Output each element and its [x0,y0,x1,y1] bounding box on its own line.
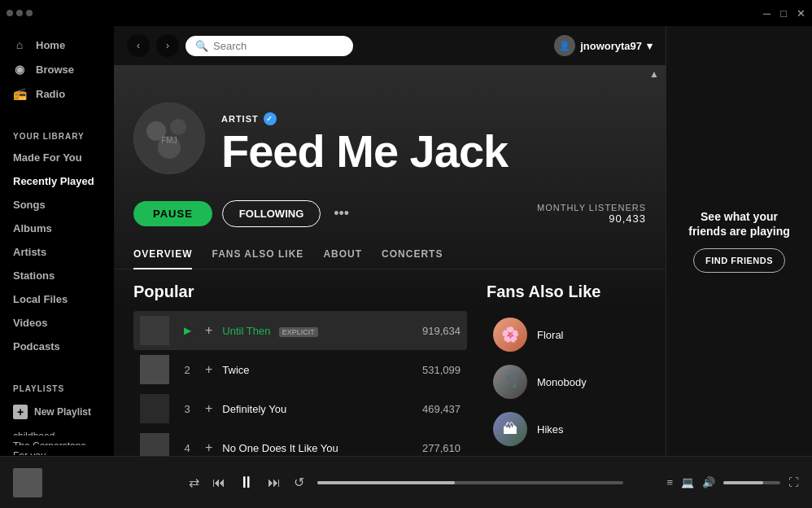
content-area: ‹ › 🔍 👤 jnoworyta97 ▾ ▲ [114,26,666,456]
player-bar: ⇄ ⏮ ⏸ ⏭ ↺ ≡ 💻 🔊 ⛶ [0,456,812,508]
sidebar-item-recently-played[interactable]: Recently Played [0,169,114,193]
tab-overview[interactable]: OVERVIEW [133,240,192,269]
track-number: 3 [179,403,195,415]
collapse-top-button[interactable]: ▲ [649,68,659,80]
fan-avatar-hikes: 🏔 [493,412,527,446]
fan-avatar-monobody: 🎵 [493,365,527,399]
user-menu[interactable]: 👤 jnoworyta97 ▾ [554,35,653,56]
sidebar-item-podcasts[interactable]: Podcasts [0,335,114,358]
devices-icon[interactable]: 💻 [681,476,694,488]
chevron-down-icon: ▾ [647,40,653,52]
titlebar-dots [7,10,33,16]
volume-icon[interactable]: 🔊 [702,476,715,488]
shuffle-button[interactable]: ⇄ [189,475,199,490]
sidebar-playlist-for-you[interactable]: For you [0,445,114,455]
fan-item-monobody[interactable]: 🎵 Monobody [487,358,646,405]
sidebar-item-home-label: Home [36,39,65,51]
minimize-button[interactable]: ─ [763,7,771,20]
play-pause-button[interactable]: ⏸ [238,473,255,492]
track-info: Twice [222,362,413,377]
fans-section: Fans Also Like 🌸 Floral 🎵 Monobody 🏔 Hik… [467,282,646,456]
volume-fill [723,481,763,484]
search-input[interactable] [213,40,343,52]
track-plays: 469,437 [422,403,461,415]
track-add-button[interactable]: + [205,401,212,416]
sidebar-item-local-files[interactable]: Local Files [0,287,114,311]
artist-actions: PAUSE FOLLOWING ••• MONTHLY LISTENERS 90… [114,187,666,240]
lyrics-icon[interactable]: ≡ [666,476,673,488]
fan-item-hikes[interactable]: 🏔 Hikes [487,405,646,453]
following-button[interactable]: FOLLOWING [222,200,321,227]
sidebar-item-stations[interactable]: Stations [0,264,114,287]
track-add-button[interactable]: + [205,323,212,338]
more-button[interactable]: ••• [330,202,352,226]
pause-button[interactable]: PAUSE [133,201,212,226]
sidebar-item-browse[interactable]: ◉ Browse [0,57,114,81]
maximize-button[interactable]: □ [780,7,787,20]
artist-name: Feed Me Jack [221,129,646,174]
tab-concerts[interactable]: CONCERTS [382,240,443,269]
next-button[interactable]: ⏭ [268,475,281,490]
sidebar-playlist-childhood[interactable]: childhood [0,426,114,436]
artist-page: ▲ FMJ ARTIST ✓ [114,65,666,456]
fan-name-floral: Floral [537,329,564,341]
sidebar-item-made-for-you[interactable]: Made For You [0,146,114,169]
close-button[interactable]: ✕ [797,7,805,20]
track-info: No One Does It Like You [222,440,413,455]
track-row[interactable]: 3 + Definitely You 469,437 [133,389,467,428]
sidebar-item-videos[interactable]: Videos [0,311,114,335]
artist-tabs: OVERVIEW FANS ALSO LIKE ABOUT CONCERTS [114,240,666,269]
fan-avatar-floral: 🌸 [493,318,527,352]
fan-item-floral[interactable]: 🌸 Floral [487,311,646,358]
track-row[interactable]: 2 + Twice 531,099 [133,350,467,389]
sidebar-item-artists[interactable]: Artists [0,240,114,264]
friends-sidebar: See what your friends are playing FIND F… [666,26,812,456]
sidebar-item-podcasts-label: Podcasts [13,340,60,353]
sidebar-item-radio-label: Radio [36,88,65,100]
plus-icon: + [13,405,28,419]
new-playlist-label: New Playlist [34,406,91,418]
library-section-title: YOUR LIBRARY [0,119,114,146]
artist-content-area: Popular ▶ + Until Then EXPLICIT 919,634 [114,269,666,456]
track-row[interactable]: ▶ + Until Then EXPLICIT 919,634 [133,311,467,350]
track-playing-icon: ▶ [179,325,195,336]
monthly-listeners: MONTHLY LISTENERS 90,433 [537,203,646,225]
titlebar-dot-2 [16,10,23,16]
track-row[interactable]: 4 + No One Does It Like You 277,610 [133,428,467,456]
sidebar-item-home[interactable]: ⌂ Home [0,33,114,57]
user-name: jnoworyta97 [580,40,642,52]
new-playlist-button[interactable]: + New Playlist [0,398,114,426]
svg-text:FMJ: FMJ [161,136,177,145]
tab-fans-also-like[interactable]: FANS ALSO LIKE [212,240,303,269]
find-friends-button[interactable]: FIND FRIENDS [693,248,785,273]
track-add-button[interactable]: + [205,362,212,377]
artist-info: ARTIST ✓ Feed Me Jack [221,112,646,174]
artist-image: FMJ [133,103,205,174]
topbar-nav: ‹ › 🔍 [127,34,353,57]
back-button[interactable]: ‹ [127,34,150,57]
player-controls: ⇄ ⏮ ⏸ ⏭ ↺ [189,473,623,492]
volume-bar[interactable] [723,481,780,484]
progress-bar[interactable] [317,481,623,484]
main-layout: ⌂ Home ◉ Browse 📻 Radio YOUR LIBRARY Mad… [0,26,812,456]
fan-name-monobody: Monobody [537,376,587,388]
track-plays: 277,610 [422,442,461,454]
titlebar-left [7,10,33,16]
track-add-button[interactable]: + [205,440,212,455]
repeat-button[interactable]: ↺ [294,475,304,490]
forward-button[interactable]: › [156,34,179,57]
avatar: 👤 [554,35,575,56]
sidebar-playlist-cornerstones1[interactable]: The Cornerstones o... [0,436,114,445]
popular-title: Popular [133,282,467,301]
sidebar-item-songs[interactable]: Songs [0,193,114,217]
titlebar-controls: ─ □ ✕ [763,7,805,20]
fullscreen-button[interactable]: ⛶ [788,476,799,488]
tab-about[interactable]: ABOUT [323,240,362,269]
player-right-controls: ≡ 💻 🔊 ⛶ [636,476,799,488]
previous-button[interactable]: ⏮ [212,475,225,490]
sidebar-item-radio[interactable]: 📻 Radio [0,81,114,106]
track-info: Definitely You [222,401,413,416]
sidebar-item-albums[interactable]: Albums [0,217,114,240]
track-info: Until Then EXPLICIT [222,323,413,338]
track-plays: 919,634 [422,325,461,337]
